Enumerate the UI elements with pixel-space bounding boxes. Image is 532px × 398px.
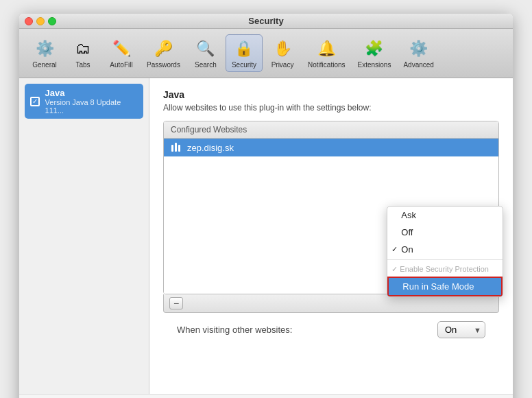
popup-item-on[interactable]: On (387, 241, 503, 258)
svg-rect-1 (175, 143, 177, 152)
popup-item-off[interactable]: Off (387, 224, 503, 241)
search-icon: 🔍 (195, 38, 217, 60)
popup-item-enable-security: Enable Security Protection (387, 261, 503, 277)
sidebar-java-subtitle: Version Java 8 Update 111... (45, 98, 138, 115)
window-title: Security (248, 16, 283, 26)
security-label: Security (232, 61, 256, 69)
privacy-icon: ✋ (271, 38, 293, 60)
tabs-icon: 🗂 (72, 38, 94, 60)
toolbar-item-tabs[interactable]: 🗂 Tabs (64, 35, 101, 71)
panel-footer: When visiting other websites: Ask Off On… (163, 313, 499, 338)
search-label: Search (195, 61, 217, 69)
popup-item-ask[interactable]: Ask (387, 207, 503, 224)
section-title: Java (163, 89, 499, 100)
java-site-icon (171, 142, 182, 153)
extensions-label: Extensions (358, 61, 391, 69)
site-url: zep.disig.sk (187, 143, 234, 153)
toolbar-item-extensions[interactable]: 🧩 Extensions (352, 35, 397, 71)
select-wrapper: Ask Off On ▼ (437, 321, 485, 338)
enable-security-label: Enable Security Protection (400, 265, 489, 273)
table-row[interactable]: zep.disig.sk (164, 139, 498, 156)
popup-container: Ask Off On Enable Security Protection Ru… (387, 206, 503, 297)
toolbar-item-passwords[interactable]: 🔑 Passwords (141, 35, 186, 71)
off-label: Off (401, 227, 413, 237)
toolbar-item-privacy[interactable]: ✋ Privacy (264, 35, 301, 71)
ask-label: Ask (401, 210, 416, 220)
sidebar-java-title: Java (45, 88, 138, 98)
footer-label: When visiting other websites: (177, 325, 292, 335)
toolbar-item-notifications[interactable]: 🔔 Notifications (302, 35, 350, 71)
java-checkbox[interactable]: ✓ (30, 97, 40, 106)
sidebar: ✓ Java Version Java 8 Update 111... (19, 78, 149, 394)
toolbar-item-autofill[interactable]: ✏️ AutoFill (103, 35, 140, 71)
maximize-button[interactable] (48, 17, 56, 25)
general-label: General (32, 61, 57, 69)
other-websites-select[interactable]: Ask Off On (437, 321, 485, 338)
window-footer: Done (19, 394, 513, 398)
configured-websites-label: Configured Websites (171, 125, 247, 134)
popup-separator (387, 259, 503, 260)
privacy-label: Privacy (271, 61, 294, 69)
toolbar-item-search[interactable]: 🔍 Search (187, 35, 224, 71)
svg-rect-0 (171, 145, 173, 152)
passwords-icon: 🔑 (152, 38, 174, 60)
table-header: Configured Websites (164, 121, 498, 139)
remove-row-button[interactable]: − (169, 297, 183, 309)
table-bottom-toolbar: − (163, 294, 499, 313)
minimize-button[interactable] (36, 17, 45, 25)
section-desc: Allow websites to use this plug-in with … (163, 103, 499, 113)
advanced-label: Advanced (403, 61, 433, 69)
run-safe-mode-label: Run in Safe Mode (402, 281, 474, 292)
autofill-icon: ✏️ (110, 38, 132, 60)
titlebar: Security (19, 14, 513, 29)
toolbar-item-security[interactable]: 🔒 Security (226, 34, 263, 72)
notifications-icon: 🔔 (315, 38, 337, 60)
tabs-label: Tabs (75, 61, 90, 69)
main-window: Security ⚙️ General 🗂 Tabs ✏️ AutoFill 🔑… (19, 14, 513, 398)
traffic-lights (25, 17, 56, 25)
svg-rect-2 (178, 145, 180, 152)
popup-item-run-safe-mode[interactable]: Run in Safe Mode (387, 277, 503, 296)
toolbar-item-general[interactable]: ⚙️ General (26, 35, 63, 71)
general-icon: ⚙️ (34, 38, 56, 60)
passwords-label: Passwords (147, 61, 180, 69)
main-panel: Java Allow websites to use this plug-in … (149, 78, 513, 394)
autofill-label: AutoFill (110, 61, 132, 69)
security-icon: 🔒 (233, 38, 255, 60)
content-area: ✓ Java Version Java 8 Update 111... Java… (19, 78, 513, 394)
sidebar-item-java[interactable]: ✓ Java Version Java 8 Update 111... (25, 84, 143, 119)
popup-menu: Ask Off On Enable Security Protection Ru… (387, 206, 503, 297)
advanced-icon: ⚙️ (408, 38, 430, 60)
close-button[interactable] (25, 17, 33, 25)
sidebar-java-text: Java Version Java 8 Update 111... (45, 88, 138, 115)
notifications-label: Notifications (308, 61, 345, 69)
on-label: On (401, 244, 413, 255)
extensions-icon: 🧩 (363, 38, 385, 60)
toolbar-item-advanced[interactable]: ⚙️ Advanced (398, 35, 439, 71)
toolbar: ⚙️ General 🗂 Tabs ✏️ AutoFill 🔑 Password… (19, 29, 513, 78)
